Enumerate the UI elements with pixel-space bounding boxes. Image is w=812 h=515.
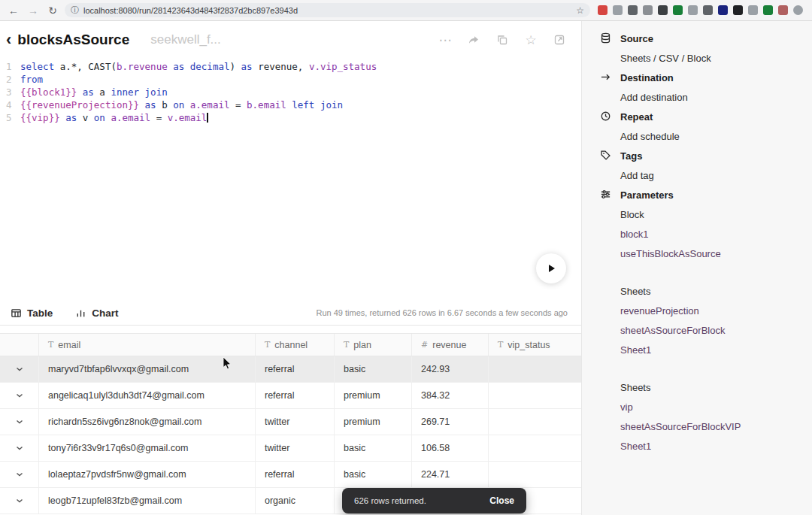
extension-icon[interactable] xyxy=(718,5,728,15)
cell-channel: twitter xyxy=(256,435,335,461)
page-title: blocksAsSource xyxy=(17,32,129,48)
copy-icon[interactable] xyxy=(495,33,509,47)
cell-vip_status xyxy=(489,435,581,461)
column-header[interactable]: #revenue xyxy=(412,334,489,356)
open-in-new-icon[interactable] xyxy=(553,33,566,47)
code-line[interactable]: 1select a.*, CAST(b.revenue as decimal) … xyxy=(6,60,581,73)
cell-plan: premium xyxy=(335,383,412,408)
doc-subtitle[interactable]: seekwell_f... xyxy=(150,32,221,47)
play-icon xyxy=(545,262,557,274)
extension-icon[interactable] xyxy=(658,5,668,15)
sidebar-item-sheetassourceforblock[interactable]: sheetAsSourceForBlock xyxy=(582,320,812,340)
sql-editor[interactable]: 1select a.*, CAST(b.revenue as decimal) … xyxy=(0,56,581,301)
extension-icon[interactable] xyxy=(688,5,698,15)
extension-icon[interactable] xyxy=(793,5,803,15)
row-expand-chevron-icon[interactable] xyxy=(0,356,39,382)
sidebar-item-sheet1[interactable]: Sheet1 xyxy=(582,340,812,359)
extension-icon[interactable] xyxy=(628,5,638,15)
table-row[interactable]: maryvd7tbfap6lvvxqx@gmail.comreferralbas… xyxy=(0,356,581,383)
run-query-button[interactable] xyxy=(536,253,566,283)
row-expand-chevron-icon[interactable] xyxy=(0,462,39,487)
extension-icon[interactable] xyxy=(703,5,713,15)
tab-table[interactable]: Table xyxy=(11,307,53,319)
back-button[interactable]: ‹ xyxy=(6,32,11,48)
sidebar-section-label: Destination xyxy=(620,72,674,83)
extension-icon[interactable] xyxy=(748,5,758,15)
browser-back-icon[interactable]: ← xyxy=(6,5,21,17)
browser-refresh-icon[interactable]: ↻ xyxy=(45,5,60,17)
mouse-cursor xyxy=(223,356,232,370)
cell-email: lolaeptaz7pvdsfr5nw@gmail.com xyxy=(39,462,256,487)
sidebar-section-parameters[interactable]: Parameters xyxy=(582,185,812,204)
sidebar-section-label: Repeat xyxy=(620,111,653,123)
code-line[interactable]: 2from xyxy=(6,73,581,86)
sidebar-item-add-schedule[interactable]: Add schedule xyxy=(582,126,812,146)
sidebar-item-sheets: Sheets xyxy=(582,281,812,301)
url-bar[interactable]: ⓘ localhost:8080/run/281423643d4843f2837… xyxy=(65,3,590,17)
sidebar-item-vip[interactable]: vip xyxy=(582,397,812,417)
extension-icon[interactable] xyxy=(598,5,607,15)
extension-icon[interactable] xyxy=(778,5,788,15)
site-info-icon[interactable]: ⓘ xyxy=(71,5,79,16)
cell-channel: referral xyxy=(256,383,335,408)
cell-email: tony7i6r33v9r17q6s0@gmail.com xyxy=(39,435,256,461)
line-number: 4 xyxy=(6,98,15,111)
sidebar-section-tags[interactable]: Tags xyxy=(582,146,812,165)
more-options-icon[interactable]: ⋯ xyxy=(438,33,452,47)
extension-icon[interactable] xyxy=(643,5,653,15)
sidebar-item-sheetassourceforblockvip[interactable]: sheetAsSourceForBlockVIP xyxy=(582,417,812,436)
share-icon[interactable] xyxy=(467,33,480,47)
sidebar-item-usethisblockassource[interactable]: useThisBlockAsSource xyxy=(582,244,812,263)
tab-chart[interactable]: Chart xyxy=(75,307,118,319)
sidebar-section-destination[interactable]: Destination xyxy=(582,68,812,87)
table-row[interactable]: angelicaq1ulyl3duh3dt74@gmail.comreferra… xyxy=(0,383,581,409)
cell-plan: basic xyxy=(335,356,412,382)
extension-icon[interactable] xyxy=(673,5,683,15)
column-header[interactable]: Tchannel xyxy=(256,334,335,356)
tag-icon xyxy=(600,150,612,162)
table-icon xyxy=(11,307,22,319)
sidebar-section-label: Parameters xyxy=(620,189,674,201)
row-expand-chevron-icon[interactable] xyxy=(0,435,39,461)
favorite-star-icon[interactable]: ☆ xyxy=(524,33,538,47)
line-number: 3 xyxy=(6,86,15,98)
bookmark-star-icon[interactable]: ☆ xyxy=(576,5,584,16)
browser-forward-icon[interactable]: → xyxy=(26,5,41,17)
sidebar-item-add-tag[interactable]: Add tag xyxy=(582,165,812,185)
doc-header: ‹ blocksAsSource seekwell_f... ⋯ ☆ xyxy=(0,21,581,56)
toast-close-button[interactable]: Close xyxy=(489,495,514,506)
run-status-text: Run 49 times, returned 626 rows in 6.67 … xyxy=(317,308,581,317)
extension-icon[interactable] xyxy=(733,5,743,15)
code-text: {{revenueProjection}} as b on a.email = … xyxy=(20,98,343,111)
sidebar-item-add-destination[interactable]: Add destination xyxy=(582,87,812,107)
table-row[interactable]: lolaeptaz7pvdsfr5nw@gmail.comreferralbas… xyxy=(0,462,581,488)
row-expand-chevron-icon[interactable] xyxy=(0,383,39,408)
code-text: select a.*, CAST(b.revenue as decimal) a… xyxy=(20,60,377,73)
column-header[interactable]: Temail xyxy=(39,334,256,356)
main-panel: ‹ blocksAsSource seekwell_f... ⋯ ☆ 1sele… xyxy=(0,21,581,515)
row-expand-chevron-icon[interactable] xyxy=(0,409,39,435)
sidebar-section-repeat[interactable]: Repeat xyxy=(582,107,812,126)
extension-icon[interactable] xyxy=(613,5,623,15)
sidebar-item-sheets: Sheets xyxy=(582,377,812,397)
code-text: {{vip}} as v on a.email = v.email xyxy=(20,111,208,124)
sidebar-item-sheets-csv-block[interactable]: Sheets / CSV / Block xyxy=(582,48,812,68)
cell-vip_status xyxy=(489,356,581,382)
table-row[interactable]: tony7i6r33v9r17q6s0@gmail.comtwitterbasi… xyxy=(0,435,581,462)
code-line[interactable]: 5{{vip}} as v on a.email = v.email xyxy=(6,111,581,124)
sidebar-item-sheet1[interactable]: Sheet1 xyxy=(582,436,812,456)
code-line[interactable]: 4{{revenueProjection}} as b on a.email =… xyxy=(6,98,581,111)
extensions-row xyxy=(595,5,806,15)
column-type-icon: T xyxy=(48,340,53,350)
results-tab-bar: Table Chart Run 49 times, returned 626 r… xyxy=(0,301,581,326)
column-header[interactable]: Tplan xyxy=(335,334,412,356)
column-header[interactable]: Tvip_status xyxy=(489,334,581,356)
sidebar-item-revenueprojection[interactable]: revenueProjection xyxy=(582,301,812,320)
sidebar-item-block1[interactable]: block1 xyxy=(582,224,812,244)
table-row[interactable]: richardn5sz6ivg6nz8nok@gmail.comtwitterp… xyxy=(0,409,581,435)
sidebar-section-source[interactable]: Source xyxy=(582,29,812,48)
extension-icon[interactable] xyxy=(763,5,773,15)
cell-email: leogb71zupfel83fzb@gmail.com xyxy=(39,488,256,513)
code-line[interactable]: 3{{block1}} as a inner join xyxy=(6,86,581,98)
row-expand-chevron-icon[interactable] xyxy=(0,488,39,513)
